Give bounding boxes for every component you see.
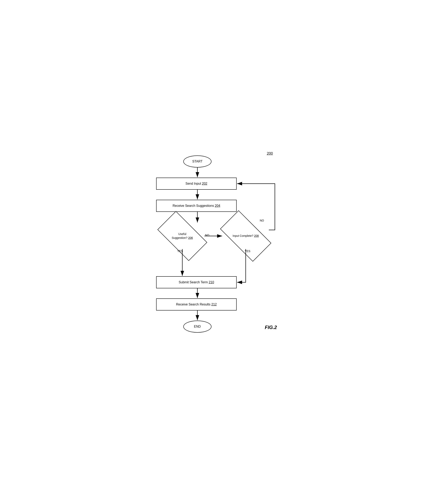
receive-suggestions-node: Receive Search Suggestions 204	[156, 200, 237, 212]
no2-label: NO	[260, 219, 264, 222]
send-input-node: Send Input 202	[156, 178, 237, 190]
submit-search-node: Submit Search Term 210	[156, 276, 237, 288]
flowchart-diagram: 200 START Send Input 202 Receive Search …	[144, 152, 285, 353]
yes1-label: YES	[177, 250, 183, 253]
receive-results-node: Receive Search Results 212	[156, 298, 237, 310]
end-node: END	[183, 321, 211, 333]
ref-label: 200	[267, 152, 273, 156]
fig-label: FIG.2	[265, 324, 277, 330]
no1-label: NO	[205, 234, 209, 237]
yes2-label: YES	[245, 250, 250, 253]
input-complete-node: Input Complete? 208	[223, 223, 269, 249]
start-node: START	[183, 155, 211, 168]
useful-suggestion-node: UsefulSuggestion? 206	[160, 223, 204, 249]
